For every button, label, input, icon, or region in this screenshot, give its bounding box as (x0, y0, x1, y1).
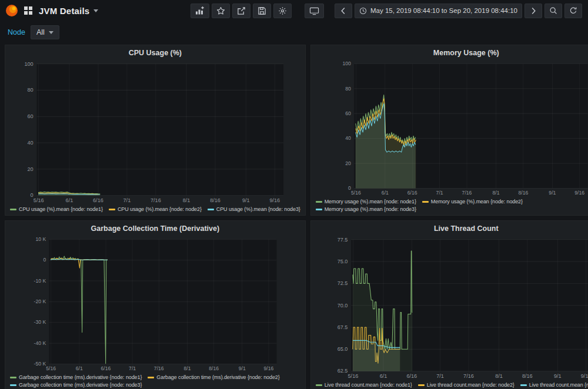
svg-text:80: 80 (345, 86, 351, 92)
memory-usage-chart[interactable]: 5/166/16/167/17/168/18/169/19/1602040608… (315, 60, 588, 197)
legend: Garbage collection time (ms).derivative … (5, 373, 305, 389)
legend: Memory usage (%).mean {node: node1}Memor… (311, 197, 588, 215)
legend-item[interactable]: CPU usage (%).mean {node: node3} (208, 206, 300, 212)
share-button[interactable] (232, 4, 250, 18)
legend-label: Memory usage (%).mean {node: node3} (325, 206, 416, 212)
svg-text:9/16: 9/16 (269, 197, 280, 203)
clock-icon (359, 7, 367, 15)
save-button[interactable] (253, 4, 271, 18)
dashboard-title-dropdown[interactable]: JVM Details (39, 6, 98, 16)
series-color-marker (109, 209, 115, 210)
svg-text:8/16: 8/16 (522, 373, 533, 379)
panel-header: Garbage Collection Time (Derivative) (5, 221, 305, 236)
legend-item[interactable]: Live thread count.mean {node: node2} (418, 382, 514, 388)
panel-gc-time: Garbage Collection Time (Derivative) 5/1… (5, 220, 306, 389)
svg-text:75.0: 75.0 (337, 259, 348, 264)
panel-header: Live Thread Count (311, 221, 588, 236)
svg-text:6/16: 6/16 (101, 365, 111, 371)
svg-text:0: 0 (348, 185, 351, 191)
svg-text:7/16: 7/16 (151, 197, 161, 203)
gc-time-chart[interactable]: 5/166/16/167/17/168/18/169/19/1610 K0-10… (9, 236, 302, 373)
zoom-out-button[interactable] (544, 4, 562, 18)
settings-button[interactable] (273, 4, 292, 18)
svg-text:9/1: 9/1 (239, 365, 246, 371)
navbar: JVM Details (0, 0, 588, 21)
time-back-button[interactable] (335, 4, 352, 18)
navbar-actions: May 15, 2019 08:44:10 to Sep 20, 2019 08… (191, 4, 582, 18)
legend-label: Live thread count.mean {node: node2} (427, 382, 514, 388)
legend-label: CPU usage (%).mean {node: node3} (216, 206, 300, 212)
legend-label: CPU usage (%).mean {node: node2} (118, 206, 202, 212)
panel-title[interactable]: Memory Usage (%) (433, 49, 499, 57)
svg-text:10 K: 10 K (35, 236, 46, 242)
svg-text:100: 100 (342, 61, 351, 66)
series-color-marker (10, 384, 16, 386)
add-panel-button[interactable] (191, 4, 209, 18)
svg-text:60: 60 (28, 113, 34, 119)
series-color-marker (10, 209, 16, 210)
legend-item[interactable]: Live thread count.mean {node: node3} (520, 382, 588, 388)
legend-item[interactable]: Garbage collection time (ms).derivative … (10, 374, 142, 380)
svg-text:5/16: 5/16 (351, 190, 361, 196)
svg-text:8/1: 8/1 (495, 373, 503, 379)
legend-label: Live thread count.mean {node: node1} (325, 382, 412, 388)
svg-text:72.5: 72.5 (337, 280, 348, 286)
legend-item[interactable]: Live thread count.mean {node: node1} (316, 382, 412, 388)
panel-header: Memory Usage (%) (311, 45, 588, 60)
legend-item[interactable]: Garbage collection time (ms).derivative … (10, 382, 142, 388)
legend: CPU usage (%).mean {node: node1}CPU usag… (5, 204, 305, 215)
svg-text:8/1: 8/1 (183, 365, 191, 371)
star-icon (216, 6, 225, 15)
svg-text:0: 0 (31, 193, 34, 199)
legend-label: Memory usage (%).mean {node: node1} (325, 199, 416, 204)
legend-item[interactable]: Garbage collection time (ms).derivative … (148, 374, 279, 380)
panel-title[interactable]: Live Thread Count (434, 224, 499, 233)
star-button[interactable] (212, 4, 230, 18)
svg-text:0: 0 (43, 257, 46, 263)
svg-text:-50 K: -50 K (34, 361, 46, 367)
magnifier-icon (549, 6, 557, 15)
refresh-icon (569, 6, 577, 15)
time-range-button[interactable]: May 15, 2019 08:44:10 to Sep 20, 2019 08… (355, 4, 522, 18)
series-color-marker (148, 377, 154, 378)
panel-live-thread-count: Live Thread Count 5/166/16/167/17/168/18… (310, 220, 588, 389)
grafana-logo[interactable] (5, 4, 19, 18)
chevron-right-icon (531, 7, 536, 15)
svg-text:20: 20 (28, 166, 34, 172)
variable-node-dropdown[interactable]: All (31, 25, 59, 39)
series-color-marker (316, 201, 322, 203)
svg-text:8/16: 8/16 (518, 190, 528, 196)
legend-item[interactable]: Memory usage (%).mean {node: node2} (422, 199, 523, 204)
legend-label: CPU usage (%).mean {node: node1} (19, 206, 103, 212)
panel-memory-usage: Memory Usage (%) 5/166/16/167/17/168/18/… (310, 45, 588, 216)
svg-text:7/1: 7/1 (123, 197, 131, 203)
svg-text:-20 K: -20 K (34, 299, 46, 304)
svg-text:7/1: 7/1 (129, 365, 136, 371)
dashboards-grid-icon[interactable] (24, 6, 33, 15)
cycle-view-button[interactable] (305, 4, 324, 18)
chevron-down-icon (93, 9, 98, 12)
legend-row: Memory usage (%).mean {node: node1}Memor… (316, 199, 588, 204)
legend-item[interactable]: CPU usage (%).mean {node: node2} (109, 206, 202, 212)
series-color-marker (208, 209, 214, 210)
panel-title[interactable]: CPU Usage (%) (129, 49, 182, 57)
plot-area: 5/166/16/167/17/168/18/169/19/1610 K0-10… (9, 236, 302, 373)
svg-text:60: 60 (345, 110, 351, 116)
panel-title[interactable]: Garbage Collection Time (Derivative) (91, 224, 220, 233)
time-range-label: May 15, 2019 08:44:10 to Sep 20, 2019 08… (370, 7, 517, 14)
svg-text:65.0: 65.0 (337, 346, 348, 352)
share-icon (237, 6, 246, 15)
refresh-button[interactable] (564, 4, 582, 18)
live-thread-count-chart[interactable]: 5/166/16/167/17/168/18/169/19/1662.565.0… (315, 236, 588, 380)
floppy-disk-icon (258, 6, 266, 15)
legend-item[interactable]: Memory usage (%).mean {node: node3} (316, 206, 416, 212)
time-forward-button[interactable] (524, 4, 542, 18)
svg-text:-30 K: -30 K (34, 319, 46, 325)
svg-text:40: 40 (28, 140, 34, 146)
svg-text:9/16: 9/16 (581, 373, 588, 379)
svg-text:-40 K: -40 K (34, 340, 46, 346)
svg-text:6/1: 6/1 (76, 365, 83, 371)
legend-item[interactable]: CPU usage (%).mean {node: node1} (10, 206, 103, 212)
cpu-usage-chart[interactable]: 5/166/16/167/17/168/18/169/19/1602040608… (9, 60, 302, 204)
legend-item[interactable]: Memory usage (%).mean {node: node1} (316, 199, 416, 204)
